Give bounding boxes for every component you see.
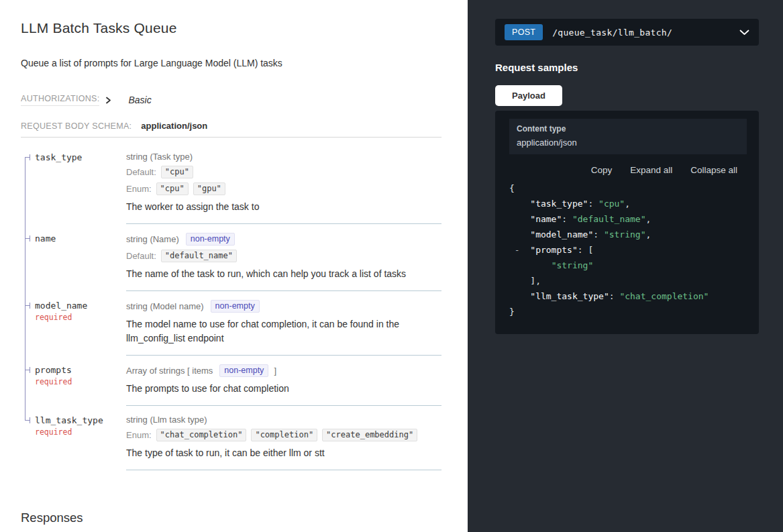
field-type-line: string (Model name)non-empty [126,300,441,313]
code-token: { [509,183,515,193]
field-description: The type of task to run, it can be eithe… [126,446,421,460]
code-token: "task_type" [530,199,588,209]
api-docs-page: LLM Batch Tasks Queue Queue a list of pr… [0,0,783,532]
field-description: The name of the task to run, which can h… [126,267,421,281]
field-name: name [35,233,122,244]
required-label: required [35,313,122,322]
field-attr-line: Default:"cpu" [126,166,441,178]
code-line: "model_name": "string", [509,227,745,242]
field-description: The model name to use for chat completio… [126,317,421,345]
field-type: Array of strings [ items [126,366,213,376]
responses-title: Responses [21,511,441,525]
code-token: : [609,291,620,301]
field-attr-line: Default:"default_name" [126,250,441,262]
endpoint-description: Queue a list of prompts for Large Langua… [21,56,441,70]
code-token [509,291,530,301]
field-detail-cell: string (Model name)non-emptyThe model na… [126,291,441,356]
field-name-cell: name [21,224,126,291]
field-name: task_type [35,152,122,162]
field-type: string (Task type) [126,152,193,162]
request-body-schema-row: REQUEST BODY SCHEMA: application/json [21,121,441,138]
required-label: required [35,377,122,386]
field-detail-cell: Array of strings [ itemsnon-empty]The pr… [126,356,441,406]
tree-connector-icon [30,367,30,373]
attr-label: Enum: [126,184,152,194]
attr-label: Default: [126,251,156,261]
value-chip: "cpu" [156,182,189,195]
content-type-select[interactable]: Content type application/json [509,119,747,154]
field-type: string (Llm task type) [126,415,207,425]
field-name: prompts [35,365,122,375]
schema-field-row: task_typestring (Task type)Default:"cpu"… [21,143,441,224]
code-token: "default_name" [572,214,646,224]
constraint-badge: non-empty [186,233,235,246]
code-token [509,229,530,240]
field-type-line: Array of strings [ itemsnon-empty] [126,364,441,377]
expand-all-button[interactable]: Expand all [630,165,672,175]
code-token: , [646,214,651,224]
code-token: : [562,214,572,224]
endpoint-bar[interactable]: POST /queue_task/llm_batch/ [495,19,759,46]
authorizations-label: AUTHORIZATIONS: [21,94,99,106]
code-token [509,245,515,255]
request-body-schema-label: REQUEST BODY SCHEMA: [21,121,132,131]
field-type-suffix: ] [274,366,276,376]
code-token: ], [530,276,541,286]
code-token: : [593,229,604,240]
code-token: "string" [552,260,594,270]
collapse-toggle[interactable]: - [515,245,520,255]
request-samples-title: Request samples [495,62,759,73]
field-attr-line: Enum:"cpu""gpu" [126,182,441,195]
request-content-type: application/json [141,121,207,131]
code-token: : [578,245,588,255]
code-token: : [588,199,598,209]
constraint-badge: non-empty [219,364,268,377]
code-token [509,214,530,224]
code-line: ], [509,273,745,288]
code-token: "cpu" [598,199,625,209]
value-chip: "default_name" [161,250,237,262]
field-detail-cell: string (Llm task type)Enum:"chat_complet… [126,406,441,470]
authorizations-value[interactable]: Basic [128,95,151,105]
field-name-cell: llm_task_typerequired [21,406,126,470]
code-token: "llm_task_type" [530,291,609,301]
code-token: "chat_completion" [619,291,709,301]
chevron-down-icon[interactable] [739,30,749,36]
constraint-badge: non-empty [211,300,260,313]
code-token: "string" [604,229,646,240]
field-name: llm_task_type [35,415,122,425]
copy-button[interactable]: Copy [591,165,613,175]
code-line: "llm_task_type": "chat_completion" [509,288,745,304]
schema-field-row: llm_task_typerequiredstring (Llm task ty… [21,406,441,470]
field-type: string (Name) [126,234,179,244]
code-line: "string" [509,258,745,273]
collapse-all-button[interactable]: Collapse all [690,165,737,175]
field-type-line: string (Name)non-empty [126,233,441,246]
field-description: The worker to assign the task to [126,200,421,214]
field-attr-line: Enum:"chat_completion""completion""creat… [126,429,441,441]
field-detail-cell: string (Task type)Default:"cpu"Enum:"cpu… [126,143,441,224]
field-type-line: string (Llm task type) [126,415,441,425]
tree-connector-icon [30,417,30,423]
field-name-cell: model_namerequired [21,291,126,356]
code-line: "task_type": "cpu", [509,196,745,211]
field-type-line: string (Task type) [126,152,441,162]
required-label: required [35,427,122,437]
code-token [509,260,552,270]
field-detail-cell: string (Name)non-emptyDefault:"default_n… [126,224,441,291]
schema-field-row: promptsrequiredArray of strings [ itemsn… [21,356,441,406]
code-token [509,199,530,209]
tree-connector-icon [30,154,30,160]
value-chip: "completion" [251,429,317,441]
attr-label: Enum: [126,430,152,440]
code-line: - "prompts": [ [509,242,745,258]
code-line: "name": "default_name", [509,211,745,227]
chevron-right-icon[interactable] [105,97,112,104]
value-chip: "create_embedding" [322,429,417,441]
content-type-value: application/json [517,138,739,148]
field-name-cell: promptsrequired [21,356,126,406]
code-line: } [509,304,745,319]
code-token: "model_name" [530,229,593,240]
tab-payload[interactable]: Payload [495,85,562,106]
code-token: , [625,199,630,209]
